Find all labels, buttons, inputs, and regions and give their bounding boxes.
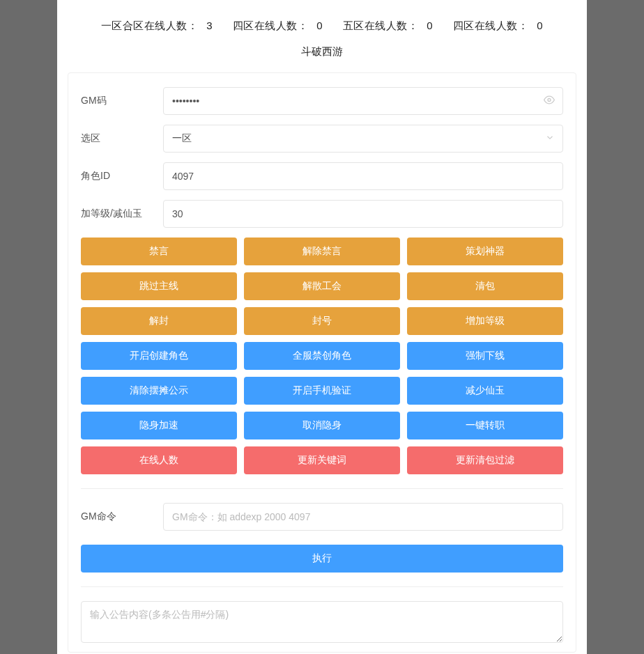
execute-button[interactable]: 执行 (81, 545, 563, 573)
btn-planner-artifact[interactable]: 策划神器 (407, 238, 563, 265)
row-gm-code: GM码 (81, 87, 563, 115)
btn-one-click-transfer[interactable]: 一键转职 (407, 412, 563, 439)
btn-reduce-jade[interactable]: 减少仙玉 (407, 377, 563, 405)
stat-zone1: 一区合区在线人数：3 (97, 20, 217, 31)
divider-2 (81, 586, 563, 587)
row-level: 加等级/减仙玉 (81, 200, 563, 228)
btn-global-disable-create[interactable]: 全服禁创角色 (244, 342, 400, 370)
button-grid: 禁言 解除禁言 策划神器 跳过主线 解散工会 清包 解封 封号 增加等级 开启创… (81, 238, 563, 474)
btn-enable-create-role[interactable]: 开启创建角色 (81, 342, 237, 370)
label-gm-command: GM命令 (81, 511, 163, 523)
label-level: 加等级/减仙玉 (81, 208, 163, 220)
btn-add-level[interactable]: 增加等级 (407, 307, 563, 335)
btn-disband-guild[interactable]: 解散工会 (244, 272, 400, 300)
announcement-textarea[interactable] (81, 601, 563, 643)
btn-ban[interactable]: 封号 (244, 307, 400, 335)
btn-mute[interactable]: 禁言 (81, 238, 237, 265)
btn-online-count[interactable]: 在线人数 (81, 446, 237, 474)
page-container: 一区合区在线人数：3 四区在线人数：0 五区在线人数：0 四区在线人数：0 斗破… (57, 0, 587, 654)
gm-command-input[interactable] (163, 503, 563, 531)
btn-unmute[interactable]: 解除禁言 (244, 238, 400, 265)
label-zone: 选区 (81, 132, 163, 145)
stat-zone4b: 四区在线人数：0 (449, 20, 547, 31)
label-role-id: 角色ID (81, 170, 163, 182)
btn-unseal[interactable]: 解封 (81, 307, 237, 335)
eye-icon[interactable] (544, 95, 555, 108)
svg-point-0 (548, 99, 551, 102)
btn-enable-phone-verify[interactable]: 开启手机验证 (244, 377, 400, 405)
row-gm-command: GM命令 (81, 503, 563, 531)
header: 一区合区在线人数：3 四区在线人数：0 五区在线人数：0 四区在线人数：0 斗破… (57, 0, 587, 72)
level-input[interactable] (163, 200, 563, 228)
row-zone: 选区 (81, 125, 563, 153)
page-subtitle: 斗破西游 (71, 45, 573, 59)
stats-line: 一区合区在线人数：3 四区在线人数：0 五区在线人数：0 四区在线人数：0 (71, 20, 573, 33)
btn-update-keywords[interactable]: 更新关键词 (244, 446, 400, 474)
stat-zone4a: 四区在线人数：0 (229, 20, 327, 31)
gm-code-input[interactable] (163, 87, 563, 115)
role-id-input[interactable] (163, 162, 563, 190)
btn-update-clearbag-filter[interactable]: 更新清包过滤 (407, 446, 563, 474)
divider (81, 488, 563, 489)
btn-force-offline[interactable]: 强制下线 (407, 342, 563, 370)
zone-select[interactable] (163, 125, 563, 153)
btn-clear-stall-notice[interactable]: 清除摆摊公示 (81, 377, 237, 405)
btn-stealth-speed[interactable]: 隐身加速 (81, 412, 237, 439)
row-role-id: 角色ID (81, 162, 563, 190)
main-card: GM码 选区 角色ID 加等级/减仙玉 (68, 72, 576, 653)
stat-zone5: 五区在线人数：0 (339, 20, 437, 31)
btn-skip-main[interactable]: 跳过主线 (81, 272, 237, 300)
btn-cancel-stealth[interactable]: 取消隐身 (244, 412, 400, 439)
btn-clear-bag[interactable]: 清包 (407, 272, 563, 300)
label-gm-code: GM码 (81, 95, 163, 107)
